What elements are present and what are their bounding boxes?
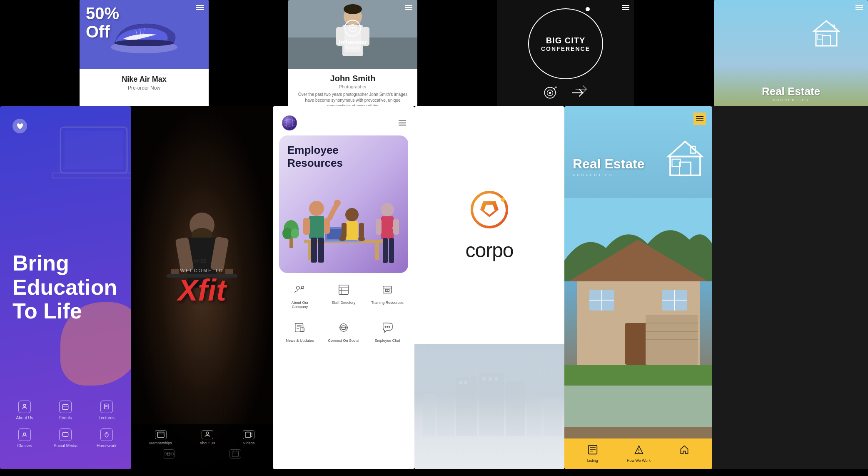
influencer-name: John Smith: [293, 74, 412, 83]
xfit-nav-about-label: About Us: [200, 441, 215, 445]
edu-nav-social[interactable]: Social Media: [49, 428, 82, 448]
influencer-logo-sub: Template: [339, 45, 367, 49]
influencer-desc: Over the past two years photographer Joh…: [293, 92, 412, 108]
bigcity-menu-button[interactable]: [622, 5, 629, 10]
xfit-nav-weights[interactable]: [163, 449, 175, 458]
svg-rect-56: [245, 432, 251, 438]
svg-rect-80: [318, 238, 324, 263]
spacer-mid1: [209, 0, 222, 108]
xfit-nav-videos[interactable]: Videos: [243, 430, 254, 445]
realestate-nav-listing-label: Listing: [587, 458, 598, 463]
card-realestate-right[interactable]: Real Estate PROPERTIES: [564, 106, 712, 469]
card-employee[interactable]: Employee Resources: [273, 106, 414, 469]
svg-point-86: [339, 236, 346, 241]
svg-point-118: [387, 326, 388, 328]
svg-rect-28: [65, 131, 123, 169]
svg-line-19: [554, 87, 555, 89]
svg-rect-157: [564, 386, 712, 427]
corpo-city-svg: [414, 344, 564, 469]
svg-point-98: [291, 228, 299, 238]
svg-point-82: [345, 208, 359, 221]
emp-nav-staff[interactable]: Staff Directory: [325, 281, 362, 309]
emp-nav-news-label: News & Updates: [286, 338, 314, 343]
emp-nav-news[interactable]: News & Updates: [281, 319, 319, 343]
realestate-menu-btn[interactable]: [693, 113, 706, 125]
edu-nav-social-label: Social Media: [54, 443, 77, 448]
edu-nav-about[interactable]: About Us: [8, 401, 41, 420]
realestate-menu-top[interactable]: [856, 5, 863, 10]
xfit-welcome-overlay: WELCOME TO Xfit: [178, 268, 226, 307]
svg-point-55: [206, 432, 209, 434]
xfit-nav-schedule[interactable]: [229, 449, 241, 458]
edu-nav-events-label: Events: [59, 416, 72, 420]
bigcity-title1: BIG CITY: [541, 35, 590, 45]
svg-rect-134: [414, 344, 564, 469]
emp-nav-divider: [281, 314, 406, 314]
card-bigcity[interactable]: BIG CITY CONFERENCE: [497, 0, 634, 108]
emp-nav-about[interactable]: About OurCompany: [281, 281, 319, 309]
card-influencer[interactable]: Influencer Template John Smith Photograp…: [288, 0, 417, 108]
xfit-nav-memberships[interactable]: Memberships: [149, 430, 172, 445]
edu-nav-lectures[interactable]: Lectures: [90, 401, 123, 420]
emp-menu-button[interactable]: [399, 120, 406, 125]
edu-nav-homework[interactable]: Homework: [90, 428, 123, 448]
svg-point-30: [23, 404, 25, 406]
emp-illustration: [279, 190, 408, 273]
card-xfit[interactable]: XHIDE WELCOME TO: [131, 106, 273, 469]
svg-marker-136: [668, 142, 702, 157]
card-nike[interactable]: 50% Off Nike Air Max Pre-order Now: [80, 0, 209, 108]
emp-nav-chat[interactable]: Employee Chat: [369, 319, 406, 343]
xfit-nav-videos-label: Videos: [243, 441, 254, 445]
svg-rect-71: [375, 243, 379, 260]
svg-rect-23: [822, 35, 831, 46]
edu-nav-about-label: About Us: [16, 416, 33, 420]
svg-rect-83: [346, 221, 358, 240]
edu-nav-classes[interactable]: Classes: [8, 428, 41, 448]
bigcity-circle: BIG CITY CONFERENCE: [528, 8, 603, 79]
xfit-welcome-text: WELCOME TO: [178, 268, 226, 273]
bigcity-dot: [586, 7, 590, 11]
card-corpo[interactable]: corpo: [414, 106, 564, 469]
svg-point-13: [344, 4, 362, 14]
svg-rect-39: [63, 433, 68, 436]
emp-nav-training[interactable]: Training Resources: [369, 281, 406, 309]
influencer-menu-button[interactable]: [405, 5, 412, 10]
realestate-nav-home[interactable]: [679, 445, 689, 463]
svg-text:XHIDE: XHIDE: [194, 259, 207, 263]
svg-point-87: [358, 236, 365, 241]
svg-rect-77: [303, 218, 310, 235]
collage-container: 50% Off Nike Air Max Pre-order Now: [0, 0, 868, 476]
svg-rect-79: [311, 238, 317, 263]
realestate-nav-howwework[interactable]: How We Work: [627, 445, 651, 463]
edu-nav-events[interactable]: Events: [49, 401, 82, 420]
svg-rect-92: [383, 238, 388, 263]
card-education[interactable]: Bring Education To Life About Us: [0, 106, 131, 469]
realestate-title-top: Real Estate PROPERTIES: [762, 85, 820, 102]
emp-nav-social[interactable]: Connect On Social: [325, 319, 362, 343]
svg-point-38: [23, 433, 25, 435]
emp-nav-about-label: About OurCompany: [291, 301, 308, 309]
realestate-bottom-nav: Listing How We Work: [564, 438, 712, 469]
emp-logo: [281, 115, 298, 131]
emp-hero: Employee Resources: [273, 135, 414, 273]
svg-rect-105: [383, 286, 392, 293]
edu-title3: To Life: [12, 299, 117, 323]
realestate-house-photo: [564, 198, 712, 436]
emp-title: Employee Resources: [279, 135, 408, 174]
xfit-brand-name: Xfit: [178, 273, 226, 307]
svg-rect-76: [309, 216, 324, 239]
edu-hero-text: Bring Education To Life: [12, 251, 117, 323]
corpo-name-text: corpo: [465, 239, 513, 262]
spacer-mid2: [417, 0, 430, 108]
card-realestate-preview[interactable]: Real Estate PROPERTIES: [714, 0, 868, 108]
svg-rect-101: [339, 285, 348, 294]
svg-rect-53: [157, 432, 164, 438]
xfit-nav-about[interactable]: About Us: [200, 430, 215, 445]
svg-rect-24: [817, 34, 822, 39]
realestate-nav-listing[interactable]: Listing: [587, 445, 598, 463]
realestate-nav-howwework-label: How We Work: [627, 458, 651, 463]
svg-point-94: [392, 225, 399, 230]
svg-point-100: [302, 286, 304, 289]
edu-nav-lectures-label: Lectures: [99, 416, 115, 420]
nike-menu-button[interactable]: [196, 5, 204, 10]
